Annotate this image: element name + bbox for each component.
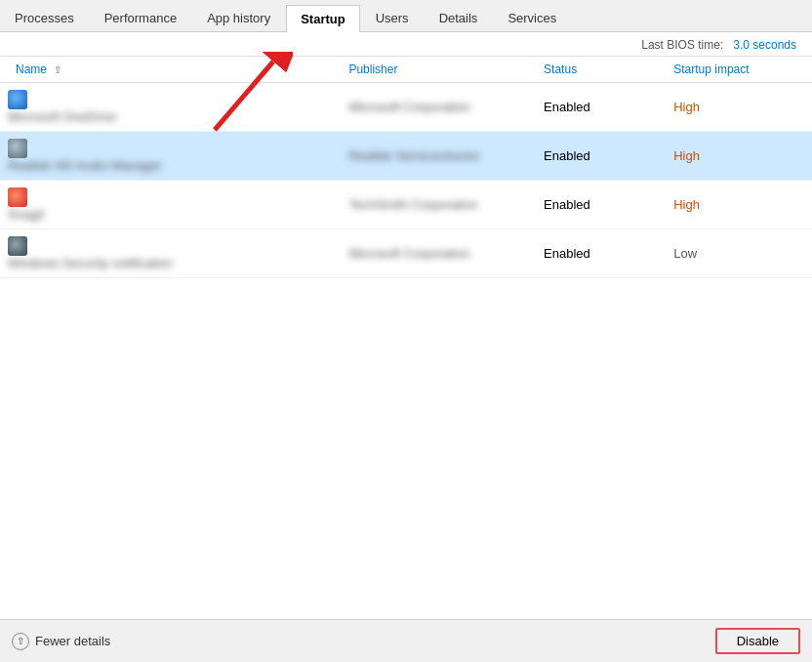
app-name-3: Windows Security notification (8, 256, 173, 270)
impact-3: Low (666, 229, 812, 278)
app-name-2: Snagit (8, 207, 44, 222)
impact-0: High (666, 83, 812, 132)
disable-button[interactable]: Disable (715, 628, 800, 654)
publisher-3: Microsoft Corporation (348, 246, 469, 261)
publisher-1: Realtek Semiconductor (348, 148, 479, 163)
main-content: Last BIOS time: 3.0 seconds Name ⇧ Publi… (0, 32, 812, 619)
table-header-row: Name ⇧ Publisher Status Startup impact (0, 57, 812, 83)
col-name[interactable]: Name ⇧ (0, 57, 341, 83)
impact-2: High (666, 181, 812, 229)
col-impact[interactable]: Startup impact (666, 57, 812, 83)
tab-app-history[interactable]: App history (192, 4, 285, 31)
name-cell-1: Realtek HD Audio Manager (8, 139, 333, 173)
startup-table-container: Name ⇧ Publisher Status Startup impact (0, 56, 812, 619)
tab-performance[interactable]: Performance (90, 4, 191, 31)
impact-1: High (666, 132, 812, 181)
bios-time-value: 3.0 seconds (733, 38, 796, 52)
col-status[interactable]: Status (536, 57, 666, 83)
app-icon-2 (8, 187, 27, 207)
tab-services[interactable]: Services (493, 4, 571, 31)
sort-arrow-icon: ⇧ (54, 64, 61, 75)
app-icon-1 (8, 139, 27, 158)
status-1: Enabled (536, 132, 666, 181)
bottom-bar: ⇧ Fewer details Disable (0, 619, 812, 662)
status-2: Enabled (536, 181, 666, 229)
table-row[interactable]: SnagitTechSmith CorporationEnabledHigh (0, 181, 812, 229)
app-icon-0 (8, 90, 27, 109)
app-name-0: Microsoft OneDrive (8, 109, 116, 124)
chevron-up-icon: ⇧ (12, 633, 29, 650)
app-name-1: Realtek HD Audio Manager (8, 158, 162, 173)
table-row[interactable]: Realtek HD Audio ManagerRealtek Semicond… (0, 132, 812, 181)
name-cell-0: Microsoft OneDrive (8, 90, 333, 124)
fewer-details-label: Fewer details (35, 634, 110, 648)
tab-details[interactable]: Details (425, 4, 493, 31)
publisher-2: TechSmith Corporation (348, 197, 477, 212)
tab-processes[interactable]: Processes (0, 4, 89, 31)
tab-users[interactable]: Users (361, 4, 424, 31)
table-body: Microsoft OneDriveMicrosoft CorporationE… (0, 83, 812, 278)
status-3: Enabled (536, 229, 666, 278)
startup-table: Name ⇧ Publisher Status Startup impact (0, 57, 812, 278)
bios-time-bar: Last BIOS time: 3.0 seconds (0, 32, 812, 56)
publisher-0: Microsoft Corporation (348, 100, 469, 114)
name-cell-2: Snagit (8, 187, 333, 222)
tab-startup[interactable]: Startup (286, 5, 360, 32)
tab-bar: ProcessesPerformanceApp historyStartupUs… (0, 0, 812, 32)
app-icon-3 (8, 236, 27, 256)
fewer-details-button[interactable]: ⇧ Fewer details (12, 633, 110, 650)
table-row[interactable]: Microsoft OneDriveMicrosoft CorporationE… (0, 83, 812, 132)
status-0: Enabled (536, 83, 666, 132)
col-publisher[interactable]: Publisher (341, 57, 536, 83)
name-cell-3: Windows Security notification (8, 236, 333, 270)
bios-time-label: Last BIOS time: (641, 38, 723, 52)
table-row[interactable]: Windows Security notificationMicrosoft C… (0, 229, 812, 278)
